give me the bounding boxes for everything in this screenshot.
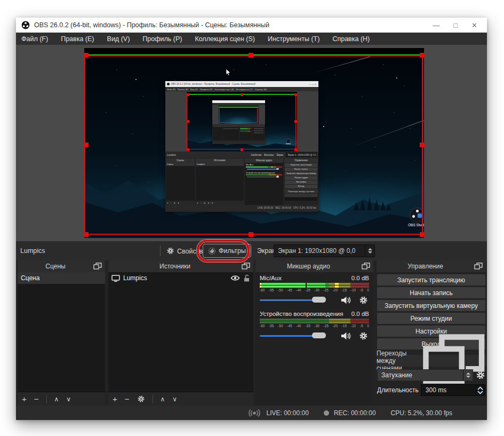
controls-panel: Управление Запустить трансляциюНачать за… xyxy=(377,260,486,406)
popout-icon[interactable] xyxy=(474,263,483,270)
rec-time: REC: 00:00:00 xyxy=(334,409,376,417)
record-dot-icon xyxy=(324,410,329,416)
page: OBS 26.0.2 (64-bit, windows) - Профиль: … xyxy=(0,0,504,436)
gear-icon xyxy=(166,247,174,255)
nested-window-title: OBS 26.0.2 (64-bit, windows) - Профиль: … xyxy=(171,83,308,85)
scene-down-button[interactable]: ∨ xyxy=(66,395,71,403)
remove-source-button[interactable]: − xyxy=(125,394,130,403)
audio-mixer-panel: Микшер аудио Mic/Aux 0.0 dB -6 xyxy=(255,260,373,406)
unlock-icon[interactable] xyxy=(243,274,250,282)
menu-item[interactable]: Вид (V) xyxy=(107,35,130,43)
volume-slider[interactable] xyxy=(260,299,335,301)
filters-button[interactable]: Фильтры xyxy=(203,244,251,258)
menu-item[interactable]: Профиль (P) xyxy=(142,35,182,43)
nested-menu-item: Файл (F) xyxy=(167,88,175,91)
speaker-icon[interactable] xyxy=(340,330,352,341)
source-properties-gear-icon[interactable] xyxy=(137,395,145,403)
volume-meter xyxy=(260,283,369,285)
add-source-button[interactable]: + xyxy=(113,394,117,403)
nested-canvas xyxy=(187,92,297,152)
obs-window: OBS 26.0.2 (64-bit, windows) - Профиль: … xyxy=(16,18,487,420)
mouse-cursor xyxy=(226,68,231,76)
resize-handle-bottom-right[interactable] xyxy=(420,232,424,237)
close-button[interactable]: ✕ xyxy=(471,21,477,29)
menu-item[interactable]: Коллекция сцен (S) xyxy=(195,35,255,43)
transition-select[interactable]: Затухание xyxy=(377,369,473,381)
resize-handle-mid-right[interactable] xyxy=(420,142,424,147)
nested-control-button: Начать запись xyxy=(285,168,317,171)
source-up-button[interactable]: ∧ xyxy=(161,395,165,403)
maximize-button[interactable]: □ xyxy=(453,21,458,29)
meter-tick: 0 xyxy=(367,324,369,328)
control-button[interactable]: Запустить виртуальную камеру xyxy=(377,300,485,311)
sources-header: Источники xyxy=(108,260,253,272)
transitions-header: Переходы между сценами xyxy=(377,355,486,367)
combo-spinner-icon[interactable] xyxy=(463,370,473,380)
channel-settings-gear-icon[interactable] xyxy=(357,295,369,305)
resize-handle-bottom-left[interactable] xyxy=(84,232,89,237)
nested-preview xyxy=(165,91,318,152)
sources-list: Lumpics xyxy=(108,272,253,392)
nested-window-controls: — □ ✕ xyxy=(309,83,317,86)
spinbox-arrows-icon[interactable] xyxy=(477,386,485,394)
nested-menu-item: Вид (V) xyxy=(190,88,198,91)
visibility-eye-icon[interactable] xyxy=(230,275,240,281)
popout-icon[interactable] xyxy=(362,263,370,270)
nested-obs-window: OBS 26.0.2 (64-bit, windows) - Профиль: … xyxy=(165,81,318,212)
nested-docks: Сцены Сцена + − ∧ ∨ Источники Lumpics + … xyxy=(165,158,318,205)
meter-tick: -60 xyxy=(260,288,265,292)
preview-area[interactable]: OBS Studio OBS 26.0.2 (64-bit, windows) … xyxy=(16,45,487,241)
scene-up-button[interactable]: ∧ xyxy=(54,395,59,403)
meter-tick: -60 xyxy=(260,324,265,328)
nested-menu-item: Правка (E) xyxy=(178,88,188,91)
scenes-toolbar: + − ∧ ∨ xyxy=(18,392,105,406)
minimize-button[interactable]: — xyxy=(433,21,439,29)
volume-meter xyxy=(260,319,369,321)
source-toolbar: Lumpics Свойства Фильтры Экран Экран 1: … xyxy=(16,241,487,260)
meter-scale: -60-55-50-45-40-35-30-25-20-15-10-50 xyxy=(260,324,369,328)
channel-settings-gear-icon[interactable] xyxy=(357,330,369,341)
titlebar: OBS 26.0.2 (64-bit, windows) - Профиль: … xyxy=(16,18,487,33)
source-down-button[interactable]: ∨ xyxy=(172,395,177,403)
nested-toolbar: Lumpics Свойства Фильтры Экран Экран 1: … xyxy=(165,152,318,158)
duration-row: Длительность 300 ms xyxy=(377,384,485,396)
source-item[interactable]: Lumpics xyxy=(108,272,253,284)
meter-tick: -5 xyxy=(360,288,363,292)
program-canvas[interactable]: OBS Studio OBS 26.0.2 (64-bit, windows) … xyxy=(84,48,424,238)
transition-settings-gear-icon[interactable] xyxy=(476,370,485,380)
menu-item[interactable]: Справка (H) xyxy=(332,35,370,43)
popout-icon[interactable] xyxy=(242,263,250,270)
menu-item[interactable]: Правка (E) xyxy=(61,35,94,43)
menu-item[interactable]: Файл (F) xyxy=(21,35,48,43)
scene-item[interactable]: Сцена xyxy=(18,272,105,284)
duration-spinbox[interactable]: 300 ms xyxy=(421,384,485,396)
remove-scene-button[interactable]: − xyxy=(34,394,39,403)
resize-handle-top-left[interactable] xyxy=(84,53,89,58)
channel-name: Mic/Aux xyxy=(260,275,282,281)
properties-button[interactable]: Свойства xyxy=(166,247,206,255)
meter-tick: -45 xyxy=(287,288,292,292)
channel-name: Устройство воспроизведения xyxy=(260,311,343,317)
screen-select[interactable]: Экран 1: 1920x1080 @ 0,0 xyxy=(274,244,375,257)
resize-handle-top-right[interactable] xyxy=(420,53,424,58)
mixer-body: Mic/Aux 0.0 dB -60-55-50-45-40-35-30-25-… xyxy=(255,272,373,346)
resize-handle-mid-left[interactable] xyxy=(84,142,89,147)
add-scene-button[interactable]: + xyxy=(22,394,27,403)
filter-icon xyxy=(208,247,216,255)
popout-icon[interactable] xyxy=(93,263,102,270)
meter-tick: -15 xyxy=(342,324,347,328)
resize-handle-bottom-center[interactable] xyxy=(249,232,253,237)
control-button[interactable]: Начать запись xyxy=(377,287,485,298)
nested-menubar: Файл (F)Правка (E)Вид (V)Профиль (P)Колл… xyxy=(165,87,318,91)
control-button[interactable]: Режим студии xyxy=(377,313,485,324)
speaker-icon[interactable] xyxy=(340,295,352,305)
volume-slider[interactable] xyxy=(260,335,335,337)
divider xyxy=(160,245,161,256)
menu-item[interactable]: Инструменты (T) xyxy=(268,35,319,43)
obs-logo-icon xyxy=(167,83,170,85)
meter-tick: -20 xyxy=(333,324,338,328)
meter-tick: -10 xyxy=(351,288,356,292)
combo-spinner-icon[interactable] xyxy=(365,245,374,257)
control-button[interactable]: Запустить трансляцию xyxy=(377,274,485,286)
resize-handle-top-center[interactable] xyxy=(249,53,253,58)
